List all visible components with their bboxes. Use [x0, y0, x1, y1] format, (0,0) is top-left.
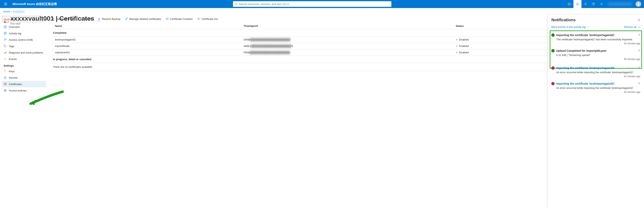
sidebar-item-diagnose[interactable]: Diagnose and solve problems: [2, 49, 46, 56]
brand-label[interactable]: Microsoft Azure 由世纪互联运营: [10, 2, 59, 6]
notification-title: Upload Completed for importpk8.pem: [556, 49, 636, 52]
svg-point-4: [601, 3, 602, 4]
close-icon: [638, 66, 640, 69]
breadcrumb-home[interactable]: Home: [3, 10, 10, 13]
left-column: Overview Activity log Access control (IA…: [0, 15, 48, 208]
global-search-box[interactable]: [233, 1, 391, 7]
settings-button[interactable]: [582, 0, 590, 8]
sidebar-nav: Overview Activity log Access control (IA…: [2, 24, 46, 208]
help-button[interactable]: [590, 0, 598, 8]
notification-title-link[interactable]: Importing the certificate 'testimportaga…: [556, 82, 636, 85]
cloud-shell-button[interactable]: [566, 0, 574, 8]
cell-name: mycertificate: [51, 43, 240, 49]
svg-point-10: [4, 39, 6, 40]
cell-thumbprint: FB48██████████████████: [240, 49, 452, 56]
sidebar-section-settings: Settings: [2, 62, 46, 68]
success-icon: ✓: [551, 34, 554, 37]
activity-log-icon: [4, 32, 7, 35]
chevron-down-icon[interactable]: [638, 26, 640, 28]
sidebar-item-tags[interactable]: Tags: [2, 43, 46, 49]
sidebar-item-label: Access control (IAM): [9, 38, 33, 41]
global-search-wrap: [60, 1, 564, 7]
global-search-input[interactable]: [239, 2, 390, 6]
tags-icon: [4, 44, 7, 48]
feedback-button[interactable]: [598, 0, 606, 8]
sidebar-item-events[interactable]: Events: [2, 56, 46, 62]
sidebar-item-label: Keys: [9, 70, 15, 73]
sidebar-item-activity-log[interactable]: Activity log: [2, 30, 46, 36]
notification-time: 40 minutes ago: [551, 56, 640, 62]
notifications-panel: Notifications More events in the activit…: [548, 15, 644, 208]
resource-type-label: Key vault: [10, 22, 94, 25]
notification-time: 42 minutes ago: [551, 74, 640, 79]
svg-point-12: [4, 45, 5, 46]
check-icon: ✓: [456, 38, 458, 41]
access-policies-icon: [4, 89, 7, 92]
hamburger-menu-button[interactable]: [2, 0, 10, 8]
notification-title: Importing the certificate 'testimportaga…: [556, 34, 636, 37]
svg-point-19: [4, 90, 4, 91]
breadcrumb-separator: ›: [12, 10, 12, 13]
directory-label[interactable]: [606, 2, 634, 6]
sidebar-item-label: Diagnose and solve problems: [9, 51, 43, 54]
notification-title-link[interactable]: Importing the certificate 'testimportaga…: [556, 66, 636, 70]
sidebar-item-label: Tags: [9, 45, 14, 48]
cell-name: testimportagain02: [51, 36, 240, 43]
close-icon: [638, 19, 640, 22]
keyvault-icon: [4, 18, 9, 24]
keys-icon: [4, 70, 7, 73]
notification-desc: The certificate 'testimportagain02' has …: [551, 37, 640, 41]
svg-point-20: [4, 91, 4, 92]
dismiss-notification-button[interactable]: [638, 34, 640, 36]
notifications-button[interactable]: [574, 0, 582, 8]
cloud-shell-icon: [568, 2, 571, 6]
header-icons: [566, 0, 642, 8]
close-icon: [638, 49, 640, 52]
resource-title-row: xxxxxvault001 | Certificates Key vault ⋯: [2, 14, 544, 27]
sidebar-item-certificates[interactable]: Certificates: [2, 81, 46, 87]
notification-time: 40 minutes ago: [551, 41, 640, 46]
top-header: Microsoft Azure 由世纪互联运营: [0, 0, 644, 8]
check-icon: ✓: [456, 51, 458, 54]
svg-point-5: [638, 3, 639, 4]
svg-point-18: [4, 90, 4, 90]
notifications-subheader: More events in the activity log → Dismis…: [548, 24, 644, 30]
cell-thumbprint: D85B██████████████████: [240, 36, 452, 43]
sidebar-item-secrets[interactable]: Secrets: [2, 74, 46, 81]
svg-point-13: [6, 52, 6, 52]
sidebar-item-label: Secrets: [9, 76, 18, 79]
dismiss-all-button[interactable]: Dismiss all: [624, 26, 636, 28]
close-panel-button[interactable]: [638, 19, 640, 22]
notification-item: ! Importing the certificate 'testimporta…: [550, 64, 641, 80]
more-events-link[interactable]: More events in the activity log →: [551, 26, 589, 28]
notification-item: ✓ Importing the certificate 'testimporta…: [550, 30, 641, 47]
notification-desc: An error occurred while importing the ce…: [551, 70, 640, 74]
sidebar-item-access-control[interactable]: Access control (IAM): [2, 36, 46, 43]
dismiss-notification-button[interactable]: [638, 49, 640, 52]
notification-item: ✓ Upload Completed for importpk8.pem 5.3…: [550, 47, 641, 62]
close-icon: [638, 34, 640, 36]
notification-time: 43 minutes ago: [551, 90, 640, 94]
dismiss-notification-button[interactable]: [638, 66, 640, 69]
svg-point-17: [6, 84, 6, 85]
user-avatar[interactable]: [636, 1, 641, 7]
sidebar-item-access-policies[interactable]: Access policies: [2, 87, 46, 94]
certificates-icon: [4, 82, 7, 86]
dismiss-notification-button[interactable]: [638, 82, 640, 84]
gear-icon: [584, 2, 587, 6]
breadcrumb-current[interactable]: lxxxxxxxx: [14, 10, 24, 13]
svg-rect-15: [4, 78, 6, 79]
success-icon: ✓: [551, 49, 554, 52]
sidebar-item-label: Activity log: [9, 32, 21, 35]
notifications-list: ✓ Importing the certificate 'testimporta…: [548, 30, 644, 208]
more-actions-button[interactable]: ⋯: [96, 19, 102, 23]
sidebar-item-keys[interactable]: Keys: [2, 68, 46, 74]
main-area: Overview Activity log Access control (IA…: [0, 15, 644, 208]
avatar-icon: [637, 2, 640, 6]
check-icon: ✓: [456, 44, 458, 48]
notification-desc: An error occurred while importing the ce…: [551, 85, 640, 90]
error-icon: !: [551, 82, 554, 85]
svg-point-2: [585, 4, 586, 4]
hamburger-icon: [4, 2, 7, 6]
svg-point-11: [6, 39, 6, 40]
